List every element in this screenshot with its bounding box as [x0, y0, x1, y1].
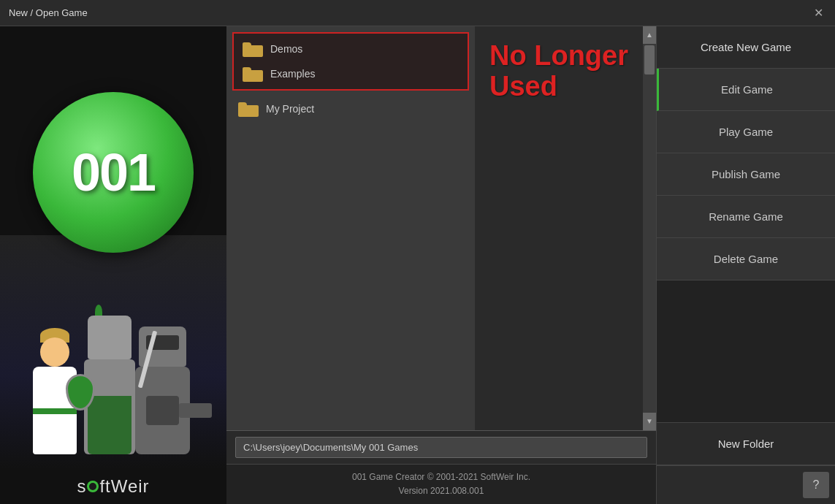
- action-buttons: Create New Game Edit Game Play Game Publ…: [657, 26, 835, 465]
- scroll-up-button[interactable]: ▲: [643, 26, 656, 44]
- file-label: Demos: [270, 43, 302, 55]
- karate-head: [40, 337, 69, 367]
- window-title: New / Open Game: [9, 7, 88, 18]
- list-item[interactable]: Demos: [237, 37, 465, 61]
- characters: [0, 257, 226, 454]
- center-panel: Demos Examples My Project No Longer: [226, 26, 656, 504]
- scroll-up-icon: ▲: [646, 31, 653, 39]
- robot-details: [146, 396, 179, 425]
- help-button[interactable]: ?: [803, 472, 829, 498]
- delete-game-button[interactable]: Delete Game: [657, 238, 835, 280]
- scroll-down-button[interactable]: ▼: [643, 413, 656, 430]
- footer-line2: Version 2021.008.001: [232, 484, 650, 498]
- rename-game-button[interactable]: Rename Game: [657, 196, 835, 238]
- logo-area: 001: [0, 70, 226, 491]
- file-list: Demos Examples My Project: [226, 26, 475, 430]
- create-new-game-button[interactable]: Create New Game: [657, 26, 835, 69]
- folder-icon: [243, 66, 263, 82]
- brand-name: sftWeir: [77, 476, 149, 497]
- bottom-area: 001 Game Creator © 2001-2021 SoftWeir In…: [226, 464, 656, 504]
- list-item[interactable]: My Project: [232, 96, 469, 121]
- footer-bar: 001 Game Creator © 2001-2021 SoftWeir In…: [226, 464, 656, 504]
- character-knight: [77, 308, 142, 454]
- knight-head: [88, 316, 131, 359]
- file-browser: Demos Examples My Project No Longer: [226, 26, 656, 464]
- title-bar: New / Open Game ✕: [0, 0, 835, 26]
- close-button[interactable]: ✕: [811, 6, 826, 20]
- edit-game-button[interactable]: Edit Game: [657, 69, 835, 111]
- scrollbar[interactable]: ▲ ▼: [643, 26, 656, 430]
- bottom-row: ?: [657, 465, 835, 504]
- spacer: [657, 280, 835, 423]
- path-bar: [226, 430, 656, 464]
- file-label: Examples: [270, 68, 315, 80]
- logo-text: 001: [72, 142, 155, 202]
- green-circle: 001: [33, 92, 194, 253]
- left-panel: 001: [0, 26, 226, 504]
- folder-icon: [243, 41, 263, 57]
- file-label: My Project: [266, 103, 314, 115]
- footer-line1: 001 Game Creator © 2001-2021 SoftWeir In…: [232, 470, 650, 484]
- scroll-thumb[interactable]: [644, 45, 655, 75]
- path-input[interactable]: [235, 437, 647, 458]
- play-game-button[interactable]: Play Game: [657, 111, 835, 153]
- file-list-container: Demos Examples My Project No Longer: [226, 26, 656, 430]
- brand-o-icon: [87, 481, 99, 492]
- publish-game-button[interactable]: Publish Game: [657, 153, 835, 196]
- list-item[interactable]: Examples: [237, 61, 465, 86]
- scroll-track[interactable]: [643, 44, 656, 413]
- scroll-down-icon: ▼: [646, 418, 653, 425]
- knight-tabard: [88, 396, 131, 454]
- folder-icon: [238, 101, 259, 117]
- new-folder-button[interactable]: New Folder: [657, 423, 835, 465]
- karate-belt: [33, 408, 77, 414]
- robot-gun: [179, 403, 212, 418]
- annotation-text: No Longer Used: [475, 26, 643, 430]
- main-content: 001: [0, 26, 835, 504]
- right-panel: Create New Game Edit Game Play Game Publ…: [656, 26, 835, 504]
